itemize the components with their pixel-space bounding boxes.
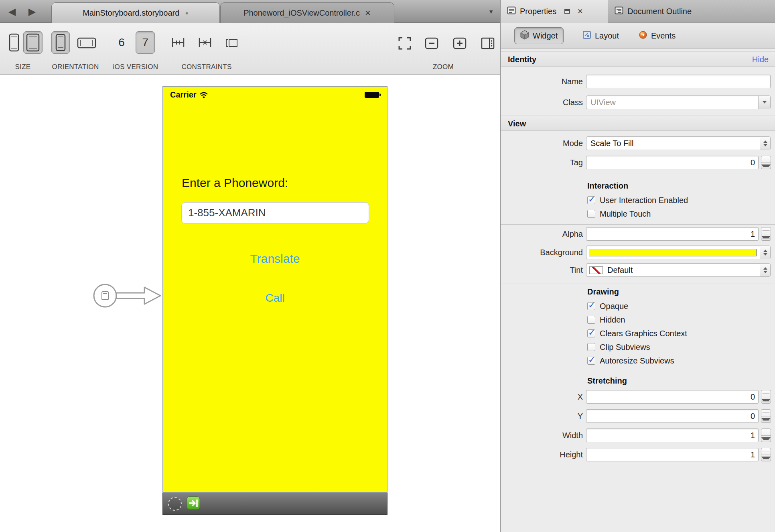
checkbox-label: Hidden xyxy=(600,315,625,325)
width-stepper[interactable] xyxy=(761,428,771,442)
hide-link[interactable]: Hide xyxy=(752,52,769,67)
designer-window: ◀ ▶ MainStoryboard.storyboard ● Phonewor… xyxy=(0,0,775,532)
mode-popup[interactable]: Scale To Fill xyxy=(586,136,771,150)
zoom-fit-icon[interactable] xyxy=(398,37,412,50)
name-input[interactable] xyxy=(586,75,771,88)
stretch-width-row: Width xyxy=(501,428,775,442)
tab-label: Document Outline xyxy=(627,7,692,16)
background-row: Background xyxy=(501,246,775,259)
ios6-button[interactable]: 6 xyxy=(116,36,128,49)
checkbox-row: Clears Graphics Context xyxy=(587,329,687,338)
checkbox-label: Clip Subviews xyxy=(600,343,650,352)
zoom-actual-size-icon[interactable] xyxy=(481,37,495,50)
tab-label: Phoneword_iOSViewController.c xyxy=(243,8,360,18)
events-icon xyxy=(639,30,647,41)
width-input[interactable] xyxy=(586,428,759,442)
checkbox-label: User Interaction Enabled xyxy=(600,196,688,205)
widget-mode-button[interactable]: Widget xyxy=(514,27,564,44)
detach-icon[interactable] xyxy=(564,9,570,14)
dropdown-button[interactable] xyxy=(758,96,770,109)
orientation-portrait-icon[interactable] xyxy=(51,31,70,54)
section-title: Identity xyxy=(508,52,536,67)
call-button[interactable]: Call xyxy=(163,292,387,305)
tint-value: Default xyxy=(607,264,633,276)
close-icon[interactable]: ✕ xyxy=(577,7,583,16)
inspector-tab-bar: Properties ✕ Document Outline xyxy=(501,0,775,23)
class-combo[interactable]: UIView xyxy=(586,95,771,109)
zoom-in-icon[interactable] xyxy=(452,37,467,50)
tab-document-outline[interactable]: Document Outline xyxy=(608,0,775,23)
tab-overflow-icon[interactable]: ▼ xyxy=(488,0,494,23)
tag-row: Tag xyxy=(501,156,775,169)
initial-view-controller-arrow[interactable] xyxy=(91,280,164,313)
size-large-icon[interactable] xyxy=(23,31,43,54)
background-label: Background xyxy=(501,246,583,259)
size-iphone-icon[interactable] xyxy=(9,33,19,52)
divider xyxy=(501,224,775,225)
tint-popup[interactable]: Default xyxy=(586,263,771,277)
tab-label: MainStoryboard.storyboard xyxy=(83,8,179,18)
layout-mode-button[interactable]: Layout xyxy=(577,27,625,44)
modified-dot-icon: ● xyxy=(185,10,188,16)
background-color-swatch xyxy=(589,249,757,256)
ios7-button[interactable]: 7 xyxy=(136,31,155,54)
orientation-landscape-icon[interactable] xyxy=(77,37,96,49)
view-controller[interactable]: Carrier Enter a Phoneword: Translate Cal… xyxy=(162,86,388,515)
translate-button[interactable]: Translate xyxy=(163,252,387,266)
checkbox-hidden[interactable] xyxy=(587,316,595,324)
stretch-y-row: Y xyxy=(501,409,775,423)
x-input[interactable] xyxy=(586,390,759,404)
checkbox-row: Hidden xyxy=(587,315,625,325)
widget-cube-icon xyxy=(520,30,529,42)
close-icon[interactable]: ✕ xyxy=(365,8,371,18)
phoneword-text-field[interactable] xyxy=(181,202,369,223)
inspector-mode-bar: Widget Layout Events xyxy=(501,23,775,49)
height-stepper[interactable] xyxy=(761,448,771,461)
alpha-input[interactable] xyxy=(586,227,759,241)
checkbox-clears-graphics-context[interactable] xyxy=(587,329,595,337)
popup-arrows-icon xyxy=(760,246,770,259)
checkbox-clip-subviews[interactable] xyxy=(587,343,595,351)
document-outline-icon xyxy=(615,6,623,16)
zoom-out-icon[interactable] xyxy=(424,37,439,50)
constraint-width-icon[interactable] xyxy=(170,37,186,49)
zoom-group-label: ZOOM xyxy=(425,63,461,71)
y-stepper[interactable] xyxy=(761,409,771,423)
tag-input[interactable] xyxy=(586,156,759,169)
checkbox-opaque[interactable] xyxy=(587,302,595,310)
chevron-down-icon xyxy=(763,101,767,104)
divider xyxy=(501,373,775,373)
tab-label: Properties xyxy=(520,7,556,16)
root-view[interactable]: Carrier Enter a Phoneword: Translate Cal… xyxy=(162,86,388,493)
y-input[interactable] xyxy=(586,409,759,423)
first-responder-icon[interactable] xyxy=(168,497,182,511)
tab-mainstoryboard[interactable]: MainStoryboard.storyboard ● xyxy=(51,2,220,23)
checkbox-multiple-touch[interactable] xyxy=(587,210,595,218)
properties-icon xyxy=(507,6,516,16)
checkbox-autoresize-subviews[interactable] xyxy=(587,357,595,365)
interaction-header: Interaction xyxy=(587,181,628,191)
tab-viewcontroller[interactable]: Phoneword_iOSViewController.c ✕ xyxy=(220,2,394,23)
checkbox-row: Opaque xyxy=(587,301,628,311)
alpha-stepper[interactable] xyxy=(761,227,771,241)
checkbox-user-interaction-enabled[interactable] xyxy=(587,196,595,204)
constraint-frame-icon[interactable] xyxy=(225,37,239,49)
back-button[interactable]: ◀ xyxy=(3,0,21,23)
checkbox-row: Multiple Touch xyxy=(587,209,651,219)
y-label: Y xyxy=(501,409,583,423)
background-color-well[interactable] xyxy=(586,246,771,259)
divider xyxy=(501,178,775,178)
height-input[interactable] xyxy=(586,448,759,461)
editor-area: ◀ ▶ MainStoryboard.storyboard ● Phonewor… xyxy=(0,0,500,532)
height-label: Height xyxy=(501,448,583,461)
tab-properties[interactable]: Properties ✕ xyxy=(501,0,608,23)
exit-segue-icon[interactable] xyxy=(187,496,200,512)
forward-button[interactable]: ▶ xyxy=(23,0,41,23)
section-title: View xyxy=(508,116,526,131)
phoneword-label[interactable]: Enter a Phoneword: xyxy=(182,176,288,190)
constraint-spacing-icon[interactable] xyxy=(197,37,213,49)
tag-stepper[interactable] xyxy=(761,156,771,169)
design-surface[interactable]: Carrier Enter a Phoneword: Translate Cal… xyxy=(0,75,500,532)
events-mode-button[interactable]: Events xyxy=(633,27,681,44)
x-stepper[interactable] xyxy=(761,390,771,404)
